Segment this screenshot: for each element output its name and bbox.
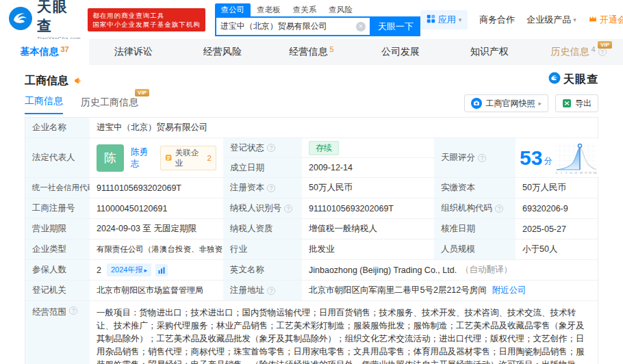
business-scope-value: 一般项目：货物进出口；技术进出口；国内货物运输代理；日用百货销售；技术服务、技术… [90,301,598,364]
help-icon[interactable]: ? [267,287,275,295]
legal-rep-name-link[interactable]: 陈勇志 [131,146,155,170]
vip-badge: VIP [135,89,149,96]
svg-text:83: 83 [580,172,583,174]
org-code-value: 69320206-9 [516,198,598,218]
score-value[interactable]: 53 分 [516,138,601,177]
search-tabs: 查公司 查老板 查关系 查风险 [215,3,420,16]
clear-search-icon[interactable]: × [356,22,366,31]
search-tab-relation[interactable]: 查关系 [287,3,323,16]
subtab-label: 历史工商信息 [81,96,138,107]
industry-label: 行业 [223,239,302,259]
export-label: 导出 [575,98,592,109]
help-icon[interactable]: ? [478,154,486,162]
company-detail-tabs: 基本信息 37 法律诉讼 经营风险 经营信息 5 公司发展 知识产权 VIP 历… [0,39,623,65]
nav-business-coop[interactable]: 商务合作 [479,14,515,26]
reg-address-value: 北京市朝阳区向军南里二巷甲5号2层212号房间 附近公司 [302,281,598,300]
nav-enterprise-products[interactable]: 企业级产品 ▾ [526,14,576,26]
subtab-history-business-info[interactable]: VIP 历史工商信息 [81,96,138,114]
snapshot-label: 工商官网快照 [485,98,535,109]
tab-label: 经营信息 [289,46,327,58]
logo-eye-icon [8,6,33,34]
svg-text:13: 13 [570,172,572,174]
apps-menu[interactable]: 应用 ▾ [420,10,468,29]
paid-capital-value: 50万人民币 [516,178,598,198]
tab-operation-risk[interactable]: 经营风险 [178,39,267,65]
auto-translate-note: （自动翻译） [461,264,512,276]
insured-count-label: 参保人数 [25,260,90,280]
enterprise-products-label: 企业级产品 [526,14,571,26]
reg-number-label: 工商注册号 [25,198,90,218]
label-text: 注册地址 [230,285,264,296]
top-navigation: 应用 ▾ 商务合作 企业级产品 ▾ 开通会员 ▾ 费米 ▾ [420,10,623,29]
company-type-value: 有限责任公司（港澳台投资、非独资） [90,239,223,259]
export-button[interactable]: 导出 [555,94,598,112]
tab-label: 公司发展 [381,46,420,58]
svg-text:3: 3 [565,172,567,174]
credit-code-value: 91110105693202069T [90,178,223,198]
help-icon[interactable]: ? [267,184,275,192]
label-text: 注册资本 [230,182,264,194]
crown-icon [588,14,598,25]
label-text: 天眼评分 [441,152,475,164]
nav-open-vip[interactable]: 开通会员 ▾ [588,14,623,26]
table-row: 营业期限 2024-09-03 至 无固定期限 纳税人资质 增值税一般纳税人 核… [25,219,598,239]
industry-value: 批发业 [302,239,434,259]
tab-basic-info[interactable]: 基本信息 37 [0,39,89,65]
tab-label: 经营风险 [203,46,242,58]
reg-number-value: 110000450120691 [90,198,223,218]
search-box: × [215,16,371,36]
business-term-value: 2024-09-03 至 无固定期限 [90,219,223,239]
business-scope-label: 经营范围 ? [25,301,90,364]
svg-text:100: 100 [593,172,597,174]
avatar[interactable]: 陈 [97,144,124,172]
search-tab-boss[interactable]: 查老板 [251,3,287,16]
subtab-business-info[interactable]: 工商信息 [25,95,63,114]
legal-rep-label: 法定代表人 [25,138,90,177]
table-row: 企业名称 进宝中（北京）贸易有限公司 [25,118,598,138]
announcement-horn-icon [74,75,82,88]
trend-chart-icon[interactable] [155,264,168,276]
english-name-label: 英文名称 [223,260,302,280]
help-icon[interactable]: ? [267,144,275,152]
help-icon[interactable]: ? [284,205,292,213]
tab-intellectual-property[interactable]: 知识产权 [445,39,534,65]
search-button[interactable]: 天眼一下 [371,16,420,36]
reg-capital-label: 注册资本 ? [223,178,302,198]
reg-authority-label: 登记机关 [25,281,90,300]
table-row: 工商注册号 110000450120691 纳税人识别号 ? 911101056… [25,198,598,219]
search-tab-company[interactable]: 查公司 [215,3,251,16]
tab-legal-litigation[interactable]: 法律诉讼 [89,39,178,65]
tianyancha-logo[interactable]: 天眼查 TianYanCha.com [8,0,81,42]
chevron-down-icon: ▾ [459,16,462,23]
help-icon[interactable]: ? [495,205,503,213]
search-tab-risk[interactable]: 查风险 [322,3,359,16]
paid-capital-label: 实缴资本 [434,178,516,198]
establish-date-value: 2009-12-14 [302,158,434,177]
search-area: 查公司 查老板 查关系 查风险 × 天眼一下 [215,3,420,36]
related-companies-badge[interactable]: 关联企业 2 [160,146,216,170]
nearby-companies-link[interactable]: 附近公司 [492,285,526,296]
tab-company-development[interactable]: 公司发展 [356,39,445,65]
approval-date-value: 2025-05-27 [516,219,598,239]
score-number: 53 [520,148,542,168]
status-badge: 存续 [309,141,339,155]
annual-report-badge[interactable]: 2024年报 ▸ [107,263,151,276]
svg-text:99: 99 [589,172,592,174]
help-icon[interactable]: ? [69,307,77,315]
table-row: 登记机关 北京市朝阳区市场监督管理局 注册地址 ? 北京市朝阳区向军南里二巷甲5… [25,281,598,301]
tab-history-info[interactable]: VIP 历史信息 4 ? [534,39,623,65]
company-type-label: 企业类型 [25,239,90,259]
svg-text:1: 1 [561,172,562,174]
taxpayer-quality-value: 增值税一般纳税人 [302,219,434,239]
search-input[interactable] [220,22,356,31]
chevron-right-icon: ▸ [144,267,147,274]
watermark-label: 天眼查 [563,73,598,87]
export-sheet-icon [562,99,572,108]
taxpayer-id-label: 纳税人识别号 ? [223,198,302,218]
logo-title: 天眼查 [37,0,81,36]
reg-capital-value: 50万人民币 [302,178,434,198]
table-row: 法定代表人 陈 陈勇志 关联企业 2 登记状态 ? 存续 [25,138,598,178]
official-snapshot-button[interactable]: 工商官网快照 ▸ [464,94,548,112]
help-icon[interactable]: ? [598,48,607,56]
tab-operation-info[interactable]: 经营信息 5 [267,39,356,65]
